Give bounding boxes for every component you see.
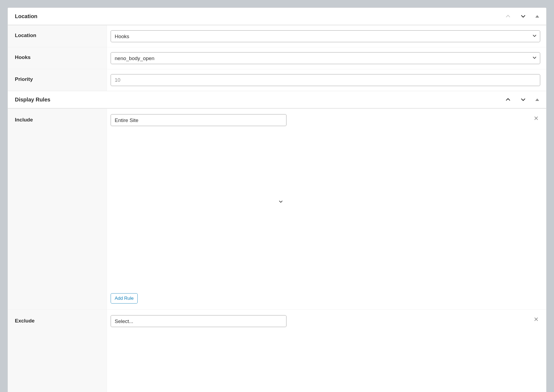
row-location: Location Hooks: [8, 25, 546, 47]
hooks-select[interactable]: neno_body_open: [111, 52, 540, 64]
section-controls: [504, 12, 540, 20]
exclude-select[interactable]: Select...: [111, 315, 286, 327]
section-header-location: Location: [8, 8, 546, 25]
label-priority: Priority: [8, 69, 107, 91]
section-controls: [504, 95, 540, 104]
section-header-display-rules: Display Rules: [8, 91, 546, 108]
move-down-button[interactable]: [519, 95, 527, 104]
remove-rule-button[interactable]: [532, 114, 540, 122]
include-select-wrap: Entire Site: [111, 114, 286, 290]
row-include: Include Entire Site Add Rule: [8, 108, 546, 309]
settings-panel: Location Location Hooks Hook: [8, 8, 546, 392]
label-include: Include: [8, 109, 107, 309]
add-rule-button[interactable]: Add Rule: [111, 293, 138, 304]
row-hooks: Hooks neno_body_open: [8, 47, 546, 69]
row-exclude: Exclude Select... Add Rule: [8, 309, 546, 392]
label-location: Location: [8, 25, 107, 47]
section-title: Display Rules: [15, 97, 50, 103]
priority-input[interactable]: [111, 74, 540, 86]
location-select-wrap: Hooks: [111, 30, 540, 42]
move-up-button: [504, 12, 512, 20]
move-up-button[interactable]: [504, 95, 512, 104]
collapse-toggle[interactable]: [534, 97, 540, 102]
move-down-button[interactable]: [519, 12, 527, 20]
include-select[interactable]: Entire Site: [111, 114, 286, 126]
label-hooks: Hooks: [8, 47, 107, 69]
location-select[interactable]: Hooks: [111, 30, 540, 42]
row-priority: Priority: [8, 69, 546, 91]
label-exclude: Exclude: [8, 310, 107, 392]
exclude-select-wrap: Select...: [111, 315, 286, 392]
section-title: Location: [15, 13, 37, 19]
hooks-select-wrap: neno_body_open: [111, 52, 540, 64]
remove-rule-button[interactable]: [532, 315, 540, 323]
chevron-down-icon: [278, 199, 283, 205]
collapse-toggle[interactable]: [534, 14, 540, 19]
